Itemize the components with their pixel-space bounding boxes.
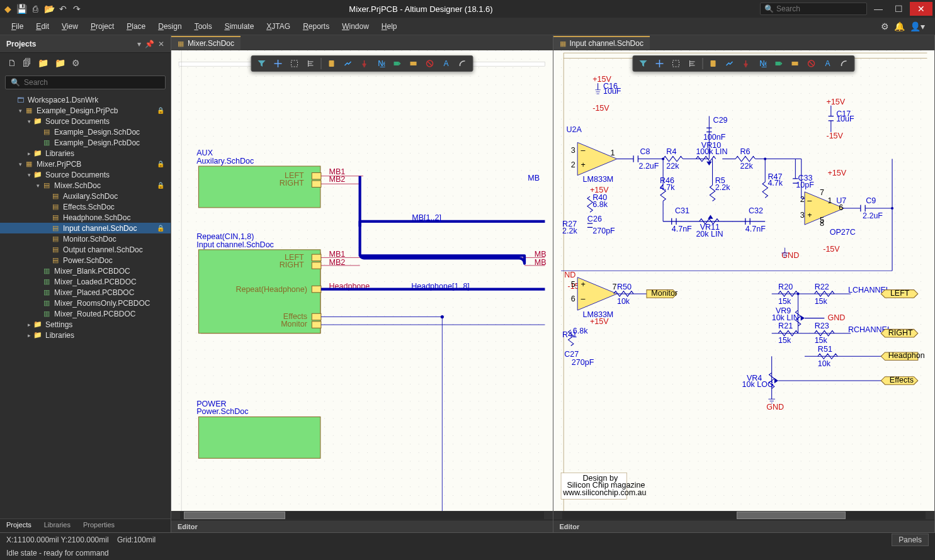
tree-item[interactable]: ▸📁Libraries <box>0 330 171 340</box>
redo-icon[interactable]: ↷ <box>72 4 82 14</box>
expander-icon[interactable]: ▸ <box>25 322 33 328</box>
tree-item[interactable]: ▤Output channel.SchDoc <box>0 244 171 255</box>
expander-icon[interactable]: ▸ <box>25 150 33 157</box>
folder-icon[interactable]: 📁 <box>38 58 48 68</box>
tree-item[interactable]: ▤Headphone.SchDoc <box>0 212 171 223</box>
menu-project[interactable]: Project <box>84 20 120 33</box>
menu-view[interactable]: View <box>55 20 84 33</box>
place-port-icon[interactable] <box>771 57 786 70</box>
tree-item[interactable]: ▤Input channel.SchDoc🔒 <box>0 223 171 233</box>
place-arc-icon[interactable] <box>837 57 852 70</box>
menu-edit[interactable]: Edit <box>30 20 55 33</box>
place-sheet-icon[interactable] <box>405 57 421 70</box>
settings-icon[interactable]: ⚙ <box>881 21 889 31</box>
menu-file[interactable]: File <box>5 20 30 33</box>
place-part-icon[interactable] <box>324 57 339 70</box>
tree-item[interactable]: ▤Monitor.SchDoc <box>0 233 171 244</box>
tree-item[interactable]: ▾📁Source Documents <box>0 116 171 126</box>
horizontal-scrollbar[interactable] <box>553 511 935 520</box>
tree-item[interactable]: ▾▦Example_Design.PrjPcb🔒 <box>0 105 171 116</box>
tree-item[interactable]: ▥Mixer_Routed.PCBDOC <box>0 308 171 319</box>
folder-add-icon[interactable]: 📁 <box>55 58 65 68</box>
project-tree[interactable]: 🗔Workspace1.DsnWrk▾▦Example_Design.PrjPc… <box>0 92 171 518</box>
place-arc-icon[interactable] <box>455 57 470 70</box>
tree-item[interactable]: 🗔Workspace1.DsnWrk <box>0 94 171 105</box>
menu-design[interactable]: Design <box>152 20 188 33</box>
horizontal-scrollbar[interactable] <box>171 511 553 520</box>
tree-item[interactable]: ▥Example_Design.PcbDoc <box>0 137 171 148</box>
tree-item[interactable]: ▥Mixer_Loaded.PCBDOC <box>0 276 171 287</box>
tree-item[interactable]: ▤Auxilary.SchDoc <box>0 191 171 201</box>
place-netlabel-icon[interactable]: N͟et <box>373 57 388 70</box>
place-power-icon[interactable] <box>739 57 754 70</box>
place-power-icon[interactable] <box>356 57 371 70</box>
panel-close-icon[interactable]: ✕ <box>158 40 164 48</box>
menu-xjtag[interactable]: XJTAG <box>260 20 297 33</box>
place-wire-icon[interactable] <box>340 57 355 70</box>
place-noerc-icon[interactable] <box>804 57 819 70</box>
place-netlabel-icon[interactable]: N͟et <box>755 57 770 70</box>
expander-icon[interactable]: ▾ <box>16 161 24 167</box>
tree-item[interactable]: ▥Mixer_Blank.PCBDOC <box>0 266 171 276</box>
menu-place[interactable]: Place <box>120 20 152 33</box>
panel-tab-properties[interactable]: Properties <box>77 519 121 532</box>
menu-tools[interactable]: Tools <box>188 20 218 33</box>
global-search-input[interactable] <box>776 4 863 13</box>
open-icon[interactable]: 📂 <box>44 4 54 14</box>
tree-item[interactable]: ▸📁Settings <box>0 319 171 330</box>
tree-item[interactable]: ▥Mixer_RoomsOnly.PCBDOC <box>0 298 171 308</box>
new-file-icon[interactable]: 🗋 <box>8 58 16 68</box>
align-icon[interactable] <box>303 57 318 70</box>
expander-icon[interactable]: ▾ <box>25 118 33 125</box>
tree-item[interactable]: ▤Effects.SchDoc <box>0 201 171 212</box>
tree-item[interactable]: ▾📁Source Documents <box>0 169 171 180</box>
menu-window[interactable]: Window <box>336 20 375 33</box>
projects-search[interactable]: 🔍 <box>5 76 166 89</box>
compile-icon[interactable]: 🗐 <box>23 58 31 68</box>
select-icon[interactable] <box>669 57 684 70</box>
tree-item[interactable]: ▾▦Mixer.PrjPCB🔒 <box>0 159 171 169</box>
global-search[interactable]: 🔍 <box>760 3 867 15</box>
notifications-icon[interactable]: 🔔 <box>894 21 905 31</box>
place-noerc-icon[interactable] <box>422 57 437 70</box>
place-text-icon[interactable]: A <box>820 57 836 70</box>
tree-item[interactable]: ▤Power.SchDoc <box>0 255 171 266</box>
schematic-canvas-right[interactable]: N͟et A <box>553 50 935 511</box>
tree-item[interactable]: ▾▤Mixer.SchDoc🔒 <box>0 180 171 191</box>
place-text-icon[interactable]: A <box>438 57 453 70</box>
filter-icon[interactable] <box>254 57 269 70</box>
tree-item[interactable]: ▤Example_Design.SchDoc <box>0 126 171 137</box>
menu-reports[interactable]: Reports <box>297 20 336 33</box>
select-icon[interactable] <box>286 57 302 70</box>
tree-item[interactable]: ▥Mixer_Placed.PCBDOC <box>0 287 171 298</box>
panel-dropdown-icon[interactable]: ▾ <box>137 40 141 48</box>
minimize-button[interactable]: — <box>870 2 887 16</box>
menu-help[interactable]: Help <box>375 20 404 33</box>
save-icon[interactable]: 💾 <box>16 4 26 14</box>
expander-icon[interactable]: ▸ <box>25 332 33 339</box>
place-port-icon[interactable] <box>389 57 404 70</box>
crosshair-icon[interactable] <box>270 57 285 70</box>
panel-tab-projects[interactable]: Projects <box>0 519 38 532</box>
place-wire-icon[interactable] <box>722 57 737 70</box>
undo-icon[interactable]: ↶ <box>58 4 68 14</box>
expander-icon[interactable]: ▾ <box>25 172 33 178</box>
editor-tab-inputchannel[interactable]: ▦ Input channel.SchDoc <box>553 36 650 50</box>
print-icon[interactable]: ⎙ <box>30 4 40 14</box>
expander-icon[interactable]: ▾ <box>34 182 42 189</box>
gear-icon[interactable]: ⚙ <box>72 58 80 68</box>
schematic-canvas-left[interactable]: N͟et A <box>171 50 553 511</box>
filter-icon[interactable] <box>636 57 651 70</box>
panel-pin-icon[interactable]: 📌 <box>145 40 154 48</box>
menu-simulate[interactable]: Simulate <box>218 20 261 33</box>
close-button[interactable]: ✕ <box>910 2 932 16</box>
user-icon[interactable]: 👤▾ <box>910 21 925 31</box>
editor-tab-mixer[interactable]: ▦ Mixer.SchDoc <box>171 36 241 50</box>
tree-item[interactable]: ▸📁Libraries <box>0 148 171 159</box>
place-sheet-icon[interactable] <box>788 57 803 70</box>
crosshair-icon[interactable] <box>652 57 667 70</box>
maximize-button[interactable]: ☐ <box>890 2 907 16</box>
align-icon[interactable] <box>685 57 700 70</box>
expander-icon[interactable]: ▾ <box>16 108 24 114</box>
projects-search-input[interactable] <box>24 78 160 87</box>
